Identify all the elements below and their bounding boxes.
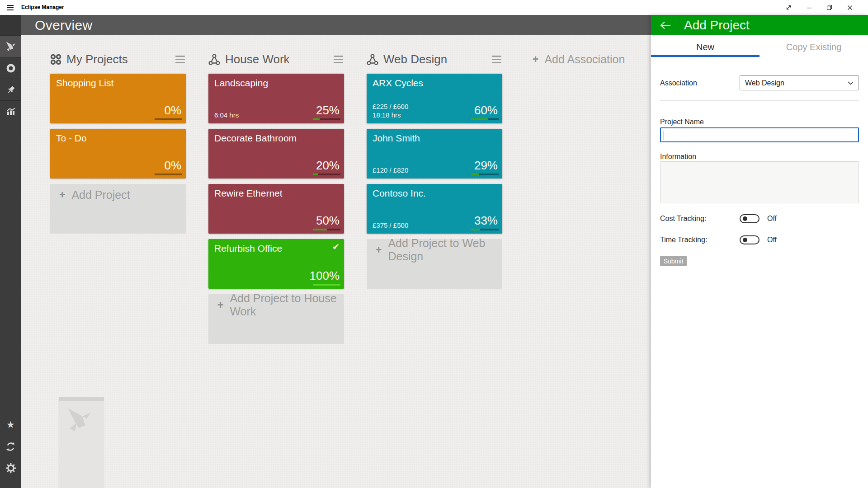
column-header: My Projects [50, 49, 186, 70]
pin-icon [5, 84, 16, 95]
project-time: 6:04 hrs [214, 111, 239, 119]
project-percent: 29% [474, 159, 498, 173]
progress-bar [313, 174, 340, 175]
project-card[interactable]: ARX Cycles £225 / £600 18:18 hrs 60% [367, 74, 502, 123]
sidebar-item-pinned[interactable] [0, 79, 21, 100]
plus-icon: + [217, 300, 223, 310]
sidebar-item-reports[interactable] [0, 100, 21, 122]
star-icon: ★ [6, 420, 15, 430]
chevron-down-icon [848, 81, 854, 85]
association-icon [208, 54, 220, 66]
add-project-label: Add Project [71, 188, 130, 202]
sidebar-corner [0, 15, 21, 35]
add-association-button[interactable]: + Add Association [533, 49, 625, 70]
sidebar-item-sync[interactable] [0, 436, 21, 457]
project-card[interactable]: To - Do 0% [50, 129, 186, 178]
add-project-form: Association Web Design Project Name Info… [651, 75, 868, 266]
plus-icon: + [376, 245, 382, 255]
origami-bird-watermark [65, 406, 94, 435]
project-card[interactable]: Decorate Bathroom 20% [208, 129, 344, 178]
hamburger-menu-icon[interactable] [4, 0, 17, 15]
project-percent: 0% [164, 159, 181, 173]
column-menu-icon[interactable] [334, 54, 343, 65]
project-name-label: Project Name [660, 118, 859, 126]
add-project-button[interactable]: + Add Project to Web Design [367, 239, 502, 289]
check-icon: ✔ [332, 242, 340, 252]
progress-bar [471, 229, 499, 230]
sidebar-item-settings[interactable] [0, 457, 21, 479]
cost-tracking-label: Cost Tracking: [660, 215, 740, 223]
restore-button[interactable] [819, 0, 840, 15]
restore-icon [826, 5, 832, 10]
progress-bar [155, 174, 182, 175]
sidebar: ★ [0, 15, 21, 488]
column-menu-icon[interactable] [175, 54, 185, 65]
project-cost: £225 / £600 [373, 102, 408, 111]
back-arrow-icon [660, 21, 671, 29]
app-title: Eclipse Manager [21, 0, 64, 15]
cost-tracking-toggle[interactable] [740, 214, 760, 223]
column-header: House Work [208, 49, 344, 70]
project-card-completed[interactable]: Refurbish Office ✔ 100% [208, 239, 344, 289]
project-card[interactable]: John Smith £120 / £820 29% [367, 129, 502, 178]
sidebar-item-tracking[interactable] [0, 57, 21, 79]
close-icon [847, 5, 853, 10]
project-title: ARX Cycles [373, 78, 423, 89]
information-input[interactable] [660, 161, 859, 203]
project-title: Decorate Bathroom [214, 133, 297, 144]
page-title: Overview [35, 15, 92, 35]
text-cursor [664, 131, 664, 140]
progress-bar [313, 229, 340, 230]
project-board: My Projects Shopping List 0% To - Do 0% … [21, 35, 651, 488]
add-association-label: Add Association [544, 53, 625, 66]
time-tracking-toggle[interactable] [740, 235, 760, 244]
panel-tabs: New Copy Existing [651, 35, 868, 59]
time-tracking-state: Off [767, 236, 777, 244]
progress-bar [471, 174, 499, 175]
project-card[interactable]: Rewire Ethernet 50% [208, 184, 344, 234]
project-percent: 60% [474, 103, 498, 117]
column-header: Web Design [367, 49, 502, 70]
column-web-design: Web Design ARX Cycles £225 / £600 18:18 … [367, 49, 502, 289]
add-project-button[interactable]: + Add Project [50, 184, 186, 234]
back-button[interactable] [660, 15, 672, 35]
tab-copy-existing[interactable]: Copy Existing [760, 35, 868, 59]
grid-dots-icon [50, 54, 61, 65]
minimize-button[interactable] [799, 0, 819, 15]
association-label: Association [660, 79, 697, 87]
fullscreen-button[interactable] [778, 0, 799, 15]
add-project-button[interactable]: + Add Project to House Work [208, 294, 344, 344]
project-percent: 100% [310, 269, 340, 283]
plus-icon: + [59, 190, 65, 200]
project-card[interactable]: Landscaping 6:04 hrs 25% [208, 74, 344, 123]
association-selected-value: Web Design [745, 79, 784, 87]
chart-icon [5, 106, 16, 117]
card-list: ARX Cycles £225 / £600 18:18 hrs 60% Joh… [367, 74, 502, 289]
project-percent: 20% [316, 159, 340, 173]
submit-button[interactable]: Submit [660, 256, 687, 266]
close-button[interactable] [840, 0, 860, 15]
panel-title: Add Project [684, 18, 750, 33]
progress-bar [155, 118, 182, 120]
association-dropdown[interactable]: Web Design [740, 75, 859, 90]
eclipse-manager-window: Eclipse Manager [0, 0, 868, 488]
window-controls [778, 0, 860, 15]
active-tab-underline [651, 55, 760, 57]
project-card[interactable]: Contoso Inc. £375 / £500 33% [367, 184, 502, 234]
project-name-input[interactable] [660, 127, 859, 142]
project-title: Landscaping [214, 78, 268, 89]
origami-bird-icon [5, 41, 17, 52]
panel-header: Add Project [651, 15, 868, 35]
project-percent: 33% [474, 214, 498, 228]
sidebar-item-overview[interactable] [0, 35, 21, 57]
minimize-icon [807, 5, 812, 10]
project-title: To - Do [56, 133, 87, 144]
card-list: Landscaping 6:04 hrs 25% Decorate Bathro… [208, 74, 344, 344]
column-menu-icon[interactable] [492, 54, 501, 65]
sidebar-item-favorites[interactable]: ★ [0, 414, 21, 436]
column-my-projects: My Projects Shopping List 0% To - Do 0% … [50, 49, 186, 234]
project-card[interactable]: Shopping List 0% [50, 74, 186, 123]
plus-icon: + [533, 54, 538, 65]
divider [660, 100, 859, 101]
sync-icon [5, 441, 16, 452]
